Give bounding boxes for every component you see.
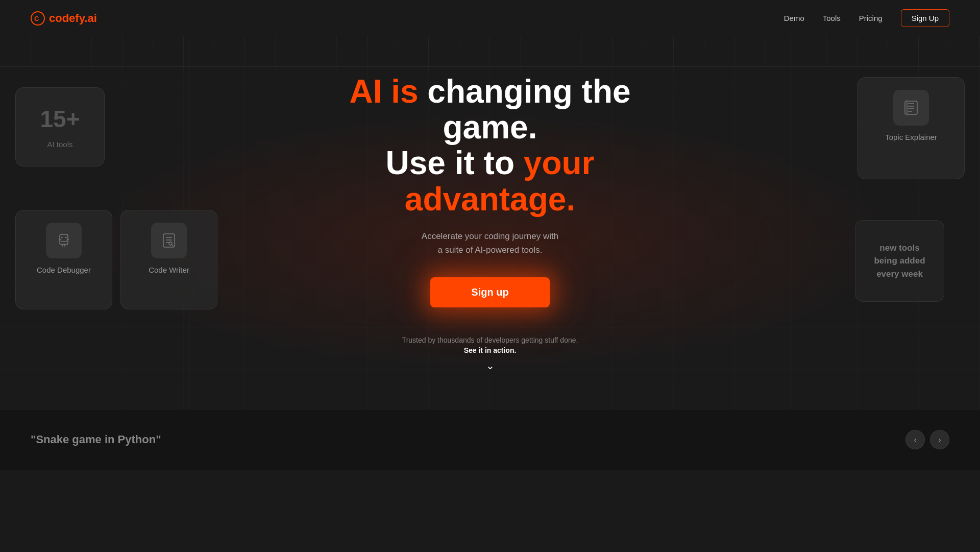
scroll-down-icon[interactable]: ⌄ xyxy=(322,359,658,372)
nav-tools[interactable]: Tools xyxy=(823,14,841,22)
logo-text: codefy.ai xyxy=(49,12,97,25)
svg-point-3 xyxy=(61,237,63,238)
hero-center-content: AI is changing the game. Use it to your … xyxy=(311,74,669,372)
trust-section: Trusted by thousdands of developers gett… xyxy=(322,336,658,372)
carousel-prev-button[interactable]: ‹ xyxy=(905,430,925,449)
hero-cta-button[interactable]: Sign up xyxy=(430,277,549,307)
bg-lines-decoration xyxy=(0,36,980,67)
nav-pricing[interactable]: Pricing xyxy=(859,14,883,22)
nav-links: Demo Tools Pricing Sign Up xyxy=(784,9,949,27)
topic-explainer-label: Topic Explainer xyxy=(885,133,937,141)
code-writer-card: Code Writer xyxy=(120,210,217,309)
code-debugger-card: Code Debugger xyxy=(15,210,112,309)
topic-explainer-icon xyxy=(893,90,929,126)
svg-rect-5 xyxy=(163,234,175,247)
logo-icon: C xyxy=(31,11,45,26)
headline-changing: changing the game. xyxy=(419,73,631,146)
hero-section: 15+ AI tools Code Debugger xyxy=(0,36,980,409)
headline-ai-is: AI is xyxy=(349,73,418,110)
logo[interactable]: C codefy.ai xyxy=(31,11,97,26)
nav-signup-button[interactable]: Sign Up xyxy=(901,9,949,27)
bottom-section: "Snake game in Python" ‹ › xyxy=(0,409,980,470)
hero-subtext: Accelerate your coding journey with a su… xyxy=(322,229,658,257)
navbar: C codefy.ai Demo Tools Pricing Sign Up xyxy=(0,0,980,36)
stat-card: 15+ AI tools xyxy=(15,87,105,166)
carousel-controls: ‹ › xyxy=(905,430,949,449)
demo-label: "Snake game in Python" xyxy=(31,433,161,446)
topic-explainer-card: Topic Explainer xyxy=(857,77,965,179)
svg-rect-2 xyxy=(60,234,68,245)
stat-number: 15+ xyxy=(40,105,80,133)
code-debugger-label: Code Debugger xyxy=(37,266,91,274)
code-writer-label: Code Writer xyxy=(149,266,189,274)
trust-link[interactable]: See it in action. xyxy=(322,346,658,354)
stat-label: AI tools xyxy=(47,140,72,149)
tool-cards-left: Code Debugger Code Writer xyxy=(15,210,217,309)
headline-use-it: Use it to xyxy=(386,145,524,181)
code-debugger-icon xyxy=(46,223,82,258)
carousel-next-button[interactable]: › xyxy=(930,430,949,449)
nav-demo[interactable]: Demo xyxy=(784,14,804,22)
new-tools-card: new tools being added every week xyxy=(855,220,944,302)
svg-text:C: C xyxy=(34,15,39,22)
svg-point-4 xyxy=(65,237,67,238)
trust-text: Trusted by thousdands of developers gett… xyxy=(402,336,578,344)
divider-right xyxy=(791,36,791,409)
hero-headline: AI is changing the game. Use it to your … xyxy=(322,74,658,218)
code-writer-icon xyxy=(151,223,187,258)
new-tools-text: new tools being added every week xyxy=(868,242,932,281)
